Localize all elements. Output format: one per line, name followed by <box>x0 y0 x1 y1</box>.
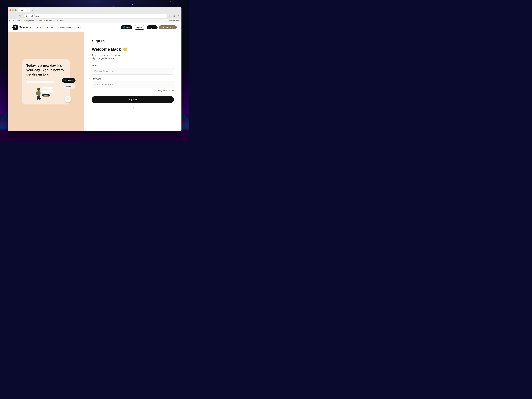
other-bookmarks-icon: 📑 <box>165 20 167 21</box>
window-close-button[interactable] <box>9 9 11 11</box>
nav-career-advice[interactable]: Career Advice <box>58 26 71 29</box>
blogs-icon: 📄 <box>16 20 18 21</box>
logo-letter: T <box>14 26 16 29</box>
or-line-right <box>136 107 174 108</box>
lang-label: EN <box>126 26 129 29</box>
page-title: Sign In <box>92 39 174 43</box>
bookmark-blogs[interactable]: 📄 Blogs <box>16 20 22 22</box>
floating-signup-button[interactable]: 👤 Sign Up <box>62 78 76 82</box>
person-figure: Get Job <box>26 85 65 100</box>
browser-window: New Tab ✕ + ‹ › ↻ 🔒 talentvis.com ☆ ⊙ ⋮ … <box>8 7 182 131</box>
bookmarks-bar: ⊞ Apps 📄 Blogs 📁 Inspirations 📁 Work 📁 M… <box>8 19 182 23</box>
subtitle-line2: Sign in to get dream job. <box>92 57 114 60</box>
password-input[interactable] <box>92 81 174 88</box>
signin-arrow-icon: → <box>72 85 73 87</box>
title-bar: New Tab ✕ + <box>8 7 182 13</box>
svg-rect-5 <box>39 91 40 95</box>
ill-line-1 <box>26 81 54 83</box>
logo-area[interactable]: T Talentvis <box>13 25 31 31</box>
illustration-form-lines <box>26 81 65 83</box>
nav-signup-button[interactable]: Sign Up <box>133 25 146 30</box>
welcome-subtitle: Today is a new day. It's your day. Sign … <box>92 53 174 60</box>
right-signin-section: Sign In Welcome Back 👋 Today is a new da… <box>84 32 182 131</box>
or-line-left <box>92 107 129 108</box>
illustration-headline: Today is a new day. It's your day. Sign … <box>26 63 65 76</box>
illustration-card: Today is a new day. It's your day. Sign … <box>22 59 70 104</box>
lol-guides-icon: 📁 <box>53 20 55 21</box>
active-tab[interactable]: New Tab ✕ <box>18 8 30 13</box>
bookmark-apps[interactable]: ⊞ Apps <box>9 20 14 22</box>
floating-signup-label: Sign Up <box>67 79 73 82</box>
forgot-password-link[interactable]: Forgot Password? <box>158 89 174 92</box>
bookmark-other-label: Other Bookmarks <box>168 20 180 22</box>
bookmark-lol-guides[interactable]: 📁 LOL Guides <box>53 20 64 22</box>
svg-point-9 <box>38 98 41 100</box>
nav-class[interactable]: Class <box>76 26 81 29</box>
reload-button[interactable]: ↻ <box>18 14 22 18</box>
svg-rect-4 <box>36 91 38 95</box>
forgot-password-link-container: Forgot Password? <box>92 89 174 92</box>
globe-icon: 🌐 <box>123 26 125 29</box>
bookmark-lol-guides-label: LOL Guides <box>56 20 64 22</box>
svg-rect-1 <box>42 90 53 93</box>
nav-signin-button[interactable]: Sign In <box>147 25 158 29</box>
bookmark-work[interactable]: 📁 Work <box>36 20 42 22</box>
forward-button[interactable]: › <box>14 14 18 18</box>
nav-right-controls: 🌐 EN ▾ Sign Up Sign In For Company ▾ <box>121 25 177 30</box>
bookmark-inspirations[interactable]: 📁 Inspirations <box>24 20 35 22</box>
welcome-text: Welcome Back <box>92 47 121 52</box>
window-maximize-button[interactable] <box>15 9 17 11</box>
bookmark-button[interactable]: ☆ <box>168 14 171 18</box>
back-button[interactable]: ‹ <box>10 14 14 18</box>
email-form-group: Email <box>92 64 174 75</box>
tab-bar: New Tab ✕ + <box>18 8 34 13</box>
svg-point-2 <box>37 88 40 91</box>
signin-submit-button[interactable]: Sign in <box>92 96 174 103</box>
bookmark-other[interactable]: 📑 Other Bookmarks <box>165 20 180 22</box>
floating-signin-label: Sign In <box>65 85 71 87</box>
tab-title: New Tab <box>20 9 26 11</box>
work-icon: 📁 <box>36 20 38 21</box>
for-company-label: For Company <box>161 26 173 29</box>
main-content: Today is a new day. It's your day. Sign … <box>8 32 182 131</box>
address-bar[interactable]: 🔒 talentvis.com <box>24 14 167 18</box>
address-bar-row: ‹ › ↻ 🔒 talentvis.com ☆ ⊙ ⋮ <box>8 13 182 19</box>
nav-for-company-button[interactable]: For Company ▾ <box>159 25 177 29</box>
logo-text: Talentvis <box>19 26 31 29</box>
email-input[interactable] <box>92 68 174 75</box>
memes-icon: 📁 <box>44 20 46 21</box>
bookmark-memes[interactable]: 📁 Memes <box>44 20 51 22</box>
svg-rect-0 <box>42 87 53 89</box>
password-form-group: Password Forgot Password? <box>92 78 174 92</box>
window-minimize-button[interactable] <box>12 9 14 11</box>
bookmark-inspirations-label: Inspirations <box>26 20 35 22</box>
person-add-icon: 👤 <box>64 79 66 82</box>
or-text: Or <box>132 106 134 108</box>
logo-badge: T <box>13 25 18 31</box>
svg-point-8 <box>37 98 39 100</box>
nav-services[interactable]: Services ▾ <box>45 26 54 29</box>
profile-button[interactable]: ⊙ <box>172 14 176 18</box>
floating-signin-button[interactable]: Sign In → <box>63 84 75 89</box>
bookmark-apps-label: Apps <box>11 20 14 22</box>
tab-close-button[interactable]: ✕ <box>27 9 29 11</box>
lang-caret: ▾ <box>129 27 130 28</box>
spark-decoration: ⚡ <box>65 96 71 102</box>
menu-button[interactable]: ⋮ <box>177 14 180 18</box>
svg-text:Get Job: Get Job <box>44 95 48 96</box>
website-content: T Talentvis Jobs Services ▾ Career Advic… <box>8 23 182 131</box>
language-button[interactable]: 🌐 EN ▾ <box>121 25 132 29</box>
wave-emoji: 👋 <box>122 47 128 52</box>
or-divider: Or <box>92 106 174 108</box>
bookmark-memes-label: Memes <box>46 20 51 22</box>
services-label: Services <box>45 26 53 29</box>
services-caret: ▾ <box>54 27 54 28</box>
nav-jobs[interactable]: Jobs <box>37 26 41 29</box>
bookmark-work-label: Work <box>38 20 42 22</box>
bookmark-blogs-label: Blogs <box>18 20 22 22</box>
left-illustration-section: Today is a new day. It's your day. Sign … <box>8 32 84 131</box>
spark-icon: ⚡ <box>66 97 70 101</box>
url-text: talentvis.com <box>31 15 40 17</box>
site-navigation: T Talentvis Jobs Services ▾ Career Advic… <box>8 23 182 32</box>
new-tab-button[interactable]: + <box>31 9 34 12</box>
